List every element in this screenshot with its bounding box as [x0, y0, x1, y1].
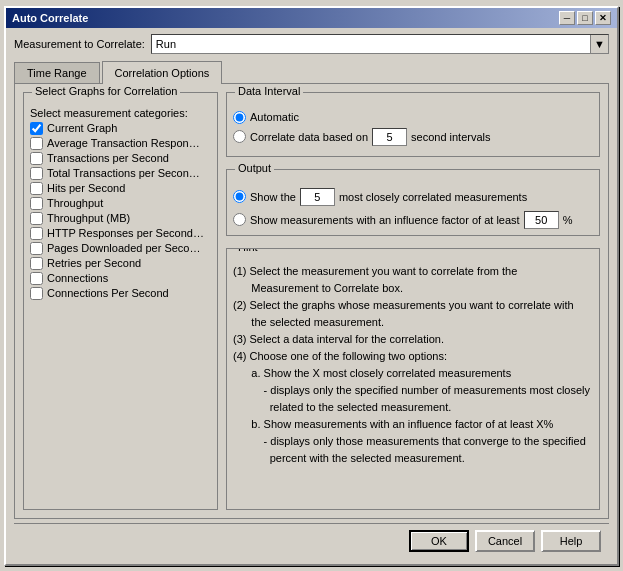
window-content: Measurement to Correlate: Run ▼ Time Ran…: [6, 28, 617, 564]
tab-time-range[interactable]: Time Range: [14, 62, 100, 84]
checkbox-http-responses[interactable]: HTTP Responses per Second…: [30, 227, 211, 240]
checkbox-connections-input[interactable]: [30, 272, 43, 285]
minimize-button[interactable]: ─: [559, 11, 575, 25]
radio-show-the[interactable]: Show the: [233, 190, 296, 203]
checkbox-throughput-mb-input[interactable]: [30, 212, 43, 225]
radio-correlate-based[interactable]: Correlate data based on second intervals: [233, 128, 593, 146]
main-window: Auto Correlate ─ □ ✕ Measurement to Corr…: [4, 6, 619, 566]
output-title: Output: [235, 162, 274, 174]
select-categories-label: Select measurement categories:: [30, 107, 211, 119]
tabs-area: Time Range Correlation Options: [14, 60, 609, 83]
data-interval-group: Data Interval Automatic Correlate data b…: [226, 92, 600, 157]
show-value-input[interactable]: [300, 188, 335, 206]
checkbox-current-graph-input[interactable]: [30, 122, 43, 135]
radio-automatic-input[interactable]: [233, 111, 246, 124]
checkbox-retries[interactable]: Retries per Second: [30, 257, 211, 270]
radio-show-the-input[interactable]: [233, 190, 246, 203]
measurement-row: Measurement to Correlate: Run ▼: [14, 34, 609, 54]
window-title: Auto Correlate: [12, 12, 88, 24]
bottom-bar: OK Cancel Help: [14, 523, 609, 558]
interval-value-input[interactable]: [372, 128, 407, 146]
checkbox-transactions-per-second[interactable]: Transactions per Second: [30, 152, 211, 165]
hint-text: (1) Select the measurement you want to c…: [233, 263, 593, 468]
data-interval-content: Automatic Correlate data based on second…: [233, 111, 593, 146]
radio-influence-factor[interactable]: Show measurements with an influence fact…: [233, 213, 520, 226]
output-content: Show the most closely correlated measure…: [233, 188, 593, 229]
select-graphs-group: Select Graphs for Correlation Select mea…: [23, 92, 218, 510]
checkbox-pages-downloaded-input[interactable]: [30, 242, 43, 255]
checkbox-http-responses-input[interactable]: [30, 227, 43, 240]
output-influence-row: Show measurements with an influence fact…: [233, 211, 593, 229]
checkbox-list: Current Graph Average Transaction Respon…: [30, 122, 211, 300]
output-show-row: Show the most closely correlated measure…: [233, 188, 593, 206]
checkbox-avg-transaction-input[interactable]: [30, 137, 43, 150]
checkbox-connections[interactable]: Connections: [30, 272, 211, 285]
influence-value-input[interactable]: [524, 211, 559, 229]
checkbox-throughput-input[interactable]: [30, 197, 43, 210]
right-panel: Data Interval Automatic Correlate data b…: [226, 92, 600, 510]
measurement-value: Run: [156, 38, 176, 50]
select-graphs-title: Select Graphs for Correlation: [32, 85, 180, 97]
checkbox-transactions-per-second-input[interactable]: [30, 152, 43, 165]
radio-influence-factor-input[interactable]: [233, 213, 246, 226]
output-group: Output Show the most closely correlated …: [226, 169, 600, 236]
checkbox-throughput-mb[interactable]: Throughput (MB): [30, 212, 211, 225]
measurement-dropdown[interactable]: Run ▼: [151, 34, 609, 54]
checkbox-hits-per-second-input[interactable]: [30, 182, 43, 195]
help-button[interactable]: Help: [541, 530, 601, 552]
checkbox-throughput[interactable]: Throughput: [30, 197, 211, 210]
radio-automatic[interactable]: Automatic: [233, 111, 593, 124]
measurement-label: Measurement to Correlate:: [14, 38, 145, 50]
checkbox-retries-input[interactable]: [30, 257, 43, 270]
title-bar-buttons: ─ □ ✕: [559, 11, 611, 25]
checkbox-connections-per-second[interactable]: Connections Per Second: [30, 287, 211, 300]
checkbox-pages-downloaded[interactable]: Pages Downloaded per Seco…: [30, 242, 211, 255]
cancel-button[interactable]: Cancel: [475, 530, 535, 552]
checkbox-hits-per-second[interactable]: Hits per Second: [30, 182, 211, 195]
radio-correlate-based-input[interactable]: [233, 130, 246, 143]
maximize-button[interactable]: □: [577, 11, 593, 25]
ok-button[interactable]: OK: [409, 530, 469, 552]
hint-group: Hint (1) Select the measurement you want…: [226, 248, 600, 510]
checkbox-total-transactions[interactable]: Total Transactions per Secon…: [30, 167, 211, 180]
close-button[interactable]: ✕: [595, 11, 611, 25]
dropdown-arrow-icon[interactable]: ▼: [590, 35, 608, 53]
checkbox-current-graph[interactable]: Current Graph: [30, 122, 211, 135]
hint-title: Hint: [235, 248, 261, 253]
data-interval-title: Data Interval: [235, 85, 303, 97]
tab-correlation-options[interactable]: Correlation Options: [102, 61, 223, 84]
checkbox-avg-transaction[interactable]: Average Transaction Respon…: [30, 137, 211, 150]
checkbox-connections-per-second-input[interactable]: [30, 287, 43, 300]
checkbox-total-transactions-input[interactable]: [30, 167, 43, 180]
left-panel: Select Graphs for Correlation Select mea…: [23, 92, 218, 510]
title-bar: Auto Correlate ─ □ ✕: [6, 8, 617, 28]
tab-content: Select Graphs for Correlation Select mea…: [14, 83, 609, 519]
